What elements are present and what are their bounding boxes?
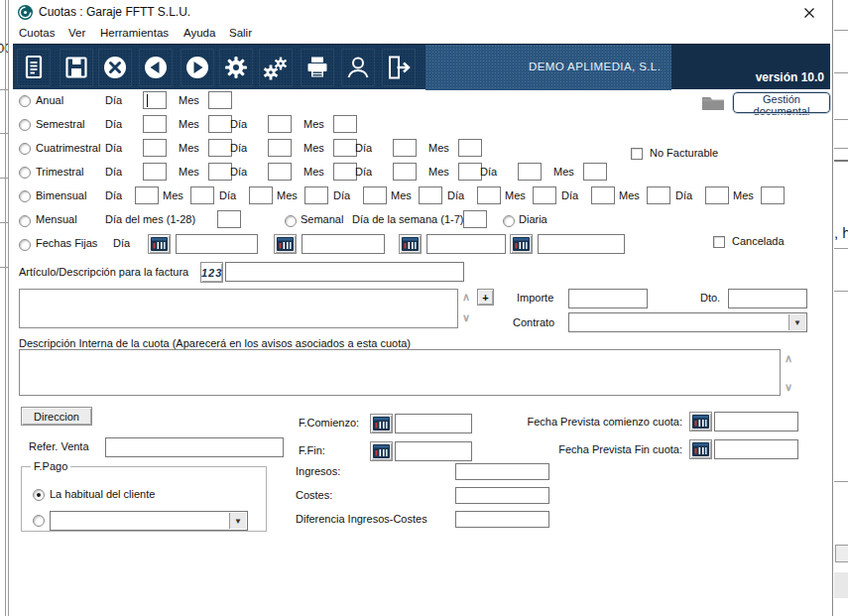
- cuatrimestral-dia-2-input[interactable]: [268, 139, 292, 157]
- refer-venta-input[interactable]: [105, 437, 284, 457]
- period-trimestral-radio[interactable]: [19, 167, 31, 179]
- bimensual-dia-2-input[interactable]: [249, 186, 273, 204]
- period-cuatrimestral-radio[interactable]: [19, 143, 31, 155]
- period-fechas-fijas-radio[interactable]: [19, 239, 31, 251]
- descripcion-interna-textarea[interactable]: [19, 349, 781, 396]
- trimestral-mes-2-input[interactable]: [333, 163, 357, 181]
- menu-ayuda[interactable]: Ayuda: [183, 27, 215, 39]
- toolbar-save-button[interactable]: [60, 49, 93, 86]
- direccion-button[interactable]: Direccion: [21, 407, 92, 426]
- scroll-down-icon[interactable]: ∨: [462, 311, 470, 324]
- fecha-fija-calendar-button[interactable]: [274, 234, 297, 254]
- period-diaria-radio[interactable]: [503, 215, 515, 227]
- trimestral-mes-1-input[interactable]: [208, 163, 232, 181]
- cuatrimestral-mes-1-input[interactable]: [208, 139, 232, 157]
- prevista-fin-calendar-button[interactable]: [689, 439, 712, 459]
- costes-input[interactable]: [455, 487, 549, 504]
- f-pago-select[interactable]: ▼: [50, 511, 248, 531]
- numbers-button[interactable]: 123: [200, 262, 223, 283]
- fecha-fija-calendar-button[interactable]: [399, 234, 422, 254]
- trimestral-mes-3-input[interactable]: [458, 163, 482, 181]
- bimensual-mes-1-input[interactable]: [190, 186, 214, 204]
- menu-herramientas[interactable]: Herramientas: [100, 27, 169, 39]
- f-pago-otra-radio[interactable]: [33, 515, 45, 527]
- toolbar-user-button[interactable]: [341, 49, 375, 86]
- fecha-fija-3-input[interactable]: [426, 234, 506, 254]
- cuatrimestral-mes-2-input[interactable]: [333, 139, 357, 157]
- importe-input[interactable]: [568, 289, 648, 308]
- prevista-comienzo-calendar-button[interactable]: [689, 412, 712, 431]
- menu-cuotas[interactable]: Cuotas: [19, 27, 55, 39]
- anual-mes-1-input[interactable]: [208, 91, 232, 109]
- close-button[interactable]: [798, 4, 820, 22]
- toolbar-new-button[interactable]: [17, 49, 51, 86]
- bimensual-dia-5-input[interactable]: [591, 186, 615, 204]
- fecha-fija-4-input[interactable]: [538, 234, 625, 254]
- bimensual-dia-6-input[interactable]: [705, 186, 729, 204]
- toolbar-settings-button[interactable]: [219, 49, 253, 86]
- bimensual-mes-6-input[interactable]: [761, 186, 785, 204]
- menu-ver[interactable]: Ver: [68, 27, 85, 39]
- bimensual-dia-1-input[interactable]: [135, 186, 159, 204]
- contrato-select[interactable]: ▼: [568, 312, 807, 332]
- semestral-dia-2-input[interactable]: [268, 115, 292, 133]
- f-fin-input[interactable]: [395, 441, 472, 461]
- trimestral-dia-4-input[interactable]: [518, 163, 542, 181]
- semanal-day-input[interactable]: [463, 210, 487, 228]
- menu-salir[interactable]: Salir: [229, 27, 252, 39]
- articulo-descripcion-textarea[interactable]: [19, 289, 458, 328]
- bimensual-mes-2-input[interactable]: [304, 186, 328, 204]
- bimensual-dia-3-input[interactable]: [363, 186, 387, 204]
- f-comienzo-calendar-button[interactable]: [370, 414, 393, 433]
- scroll-down-icon[interactable]: ∨: [785, 381, 792, 394]
- bimensual-mes-3-input[interactable]: [419, 186, 442, 204]
- add-line-button[interactable]: +: [477, 289, 494, 306]
- toolbar-exit-button[interactable]: [382, 49, 416, 86]
- f-pago-habitual-radio[interactable]: [33, 489, 45, 501]
- chevron-down-icon[interactable]: ▼: [229, 513, 246, 529]
- fecha-fija-1-input[interactable]: [176, 234, 258, 254]
- semestral-dia-1-input[interactable]: [143, 115, 167, 133]
- toolbar-previous-button[interactable]: [139, 49, 173, 86]
- prevista-comienzo-input[interactable]: [714, 412, 798, 431]
- bimensual-mes-5-input[interactable]: [647, 186, 670, 204]
- dto-input[interactable]: [728, 289, 807, 308]
- toolbar-cancel-button[interactable]: [98, 49, 132, 86]
- scroll-up-icon[interactable]: ∧: [785, 352, 792, 365]
- fecha-fija-calendar-button[interactable]: [510, 234, 533, 254]
- trimestral-dia-2-input[interactable]: [268, 163, 292, 181]
- fecha-fija-2-input[interactable]: [302, 234, 385, 254]
- ingresos-input[interactable]: [455, 463, 549, 480]
- trimestral-dia-3-input[interactable]: [393, 163, 417, 181]
- no-facturable-checkbox[interactable]: [631, 148, 643, 160]
- semestral-mes-2-input[interactable]: [333, 115, 357, 133]
- diferencia-input[interactable]: [455, 511, 549, 528]
- mes-label: Mes: [179, 166, 199, 178]
- mensual-day-input[interactable]: [217, 210, 241, 228]
- f-fin-calendar-button[interactable]: [370, 441, 393, 461]
- period-semestral-radio[interactable]: [19, 119, 31, 131]
- semestral-mes-1-input[interactable]: [208, 115, 232, 133]
- bimensual-mes-4-input[interactable]: [533, 186, 556, 204]
- toolbar-next-button[interactable]: [181, 49, 214, 86]
- chevron-down-icon[interactable]: ▼: [788, 314, 805, 330]
- toolbar-tools-button[interactable]: [259, 49, 293, 86]
- period-anual-radio[interactable]: [19, 95, 31, 107]
- period-semanal-radio[interactable]: [285, 215, 297, 227]
- prevista-fin-input[interactable]: [714, 439, 798, 459]
- period-mensual-radio[interactable]: [19, 215, 31, 227]
- period-bimensual-radio[interactable]: [19, 190, 31, 202]
- gestion-documental-button[interactable]: Gestión documental: [733, 92, 830, 113]
- cuatrimestral-mes-3-input[interactable]: [458, 139, 482, 157]
- cuatrimestral-dia-1-input[interactable]: [143, 139, 167, 157]
- cuatrimestral-dia-3-input[interactable]: [393, 139, 417, 157]
- scroll-up-icon[interactable]: ∧: [462, 291, 470, 304]
- fecha-fija-calendar-button[interactable]: [148, 234, 171, 254]
- trimestral-dia-1-input[interactable]: [143, 163, 167, 181]
- trimestral-mes-4-input[interactable]: [583, 163, 607, 181]
- f-comienzo-input[interactable]: [395, 414, 472, 433]
- toolbar-print-button[interactable]: [301, 49, 334, 86]
- cancelada-checkbox[interactable]: [713, 236, 725, 248]
- articulo-input[interactable]: [225, 262, 464, 282]
- bimensual-dia-4-input[interactable]: [477, 186, 501, 204]
